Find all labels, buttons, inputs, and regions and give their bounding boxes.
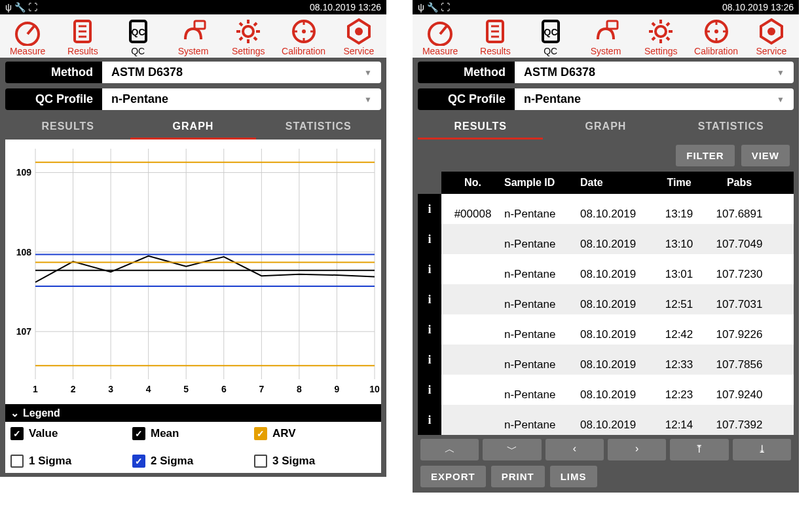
subtab-graph[interactable]: GRAPH	[543, 115, 668, 140]
tab-measure[interactable]: Measure	[0, 17, 55, 56]
info-icon[interactable]: i	[418, 314, 441, 345]
nav-bottom-button[interactable]: ⤓	[733, 439, 791, 460]
tab-qc[interactable]: QCQC	[111, 17, 166, 56]
checkbox[interactable]: ✓	[254, 427, 267, 440]
usb-icon: ψ	[5, 2, 12, 12]
qc-chart: 10710810912345678910	[5, 140, 381, 404]
legend: ✓Value✓Mean✓ARV1 Sigma✓2 Sigma3 Sigma	[5, 422, 381, 473]
nav-prev-button[interactable]: ‹	[545, 439, 604, 460]
expand-icon: ⛶	[441, 2, 450, 12]
legend-header[interactable]: ⌄ Legend	[5, 404, 381, 422]
legend-item[interactable]: ✓2 Sigma	[132, 455, 254, 468]
qc-profile-select[interactable]: n-Pentane ▼	[102, 88, 381, 110]
info-icon[interactable]: i	[418, 224, 441, 254]
tab-system[interactable]: System	[578, 17, 633, 56]
table-row[interactable]: in-Pentane08.10.201912:51107.7031	[418, 284, 794, 314]
legend-item[interactable]: ✓Mean	[132, 427, 254, 440]
legend-item[interactable]: 1 Sigma	[10, 455, 132, 468]
tab-qc[interactable]: QCQC	[523, 17, 578, 56]
calibration-icon	[702, 17, 731, 46]
info-icon[interactable]: i	[418, 194, 441, 224]
subtab-results[interactable]: RESULTS	[5, 115, 130, 140]
svg-rect-7	[194, 21, 205, 29]
svg-text:109: 109	[16, 167, 32, 178]
svg-point-18	[302, 29, 306, 33]
print-button[interactable]: PRINT	[491, 466, 545, 487]
col-date: Date	[580, 172, 654, 194]
chevron-down-icon: ▼	[364, 95, 372, 104]
svg-text:QC: QC	[131, 27, 145, 37]
service-icon	[344, 17, 373, 46]
tab-system[interactable]: System	[166, 17, 221, 56]
tab-measure[interactable]: Measure	[413, 17, 468, 56]
subtab-graph[interactable]: GRAPH	[130, 115, 255, 140]
table-row[interactable]: in-Pentane08.10.201912:42107.9226	[418, 314, 794, 345]
tab-service[interactable]: Service	[744, 17, 799, 56]
tab-calibration[interactable]: Calibration	[689, 17, 744, 56]
checkbox[interactable]: ✓	[10, 427, 24, 440]
wrench-icon: 🔧	[14, 2, 26, 12]
info-icon[interactable]: i	[418, 284, 441, 314]
chevron-down-icon: ▼	[364, 68, 372, 77]
chevron-down-icon: ▼	[777, 95, 784, 104]
nav-down-button[interactable]: ﹀	[483, 439, 541, 460]
checkbox[interactable]: ✓	[132, 427, 145, 440]
method-select[interactable]: ASTM D6378 ▼	[102, 62, 381, 83]
legend-item[interactable]: ✓ARV	[254, 427, 376, 440]
svg-text:6: 6	[221, 384, 227, 394]
subtab-statistics[interactable]: STATISTICS	[669, 115, 794, 140]
info-icon[interactable]: i	[418, 375, 441, 405]
svg-line-16	[254, 23, 257, 26]
tab-settings[interactable]: Settings	[221, 17, 276, 56]
subtab-statistics[interactable]: STATISTICS	[256, 115, 381, 140]
tabbar: MeasureResultsQCQCSystemSettingsCalibrat…	[413, 14, 799, 58]
method-label: Method	[418, 62, 515, 83]
chevron-down-icon: ▼	[777, 68, 784, 77]
checkbox[interactable]	[10, 455, 24, 468]
info-icon[interactable]: i	[418, 254, 441, 284]
table-row[interactable]: in-Pentane08.10.201912:14107.7392	[418, 405, 794, 435]
nav-top-button[interactable]: ⤒	[670, 439, 728, 460]
usb-icon: ψ	[418, 2, 424, 12]
subtab-results[interactable]: RESULTS	[418, 115, 543, 140]
tab-calibration[interactable]: Calibration	[276, 17, 331, 56]
legend-item[interactable]: 3 Sigma	[254, 455, 376, 468]
legend-item[interactable]: ✓Value	[10, 427, 132, 440]
svg-line-63	[652, 23, 655, 26]
service-icon	[757, 17, 786, 46]
table-row[interactable]: i#00008n-Pentane08.10.201913:19107.6891	[418, 194, 794, 224]
calibration-icon	[289, 17, 318, 46]
results-table: No. Sample ID Date Time Pabs i#00008n-Pe…	[418, 172, 794, 435]
table-row[interactable]: in-Pentane08.10.201913:10107.7049	[418, 224, 794, 254]
checkbox[interactable]: ✓	[132, 455, 145, 468]
qc-profile-select[interactable]: n-Pentane ▼	[515, 88, 794, 110]
status-bar: ψ 🔧 ⛶ 08.10.2019 13:26	[0, 0, 386, 14]
tab-settings[interactable]: Settings	[633, 17, 688, 56]
method-select[interactable]: ASTM D6378 ▼	[515, 62, 794, 83]
nav-up-button[interactable]: ︿	[420, 439, 479, 460]
export-button[interactable]: EXPORT	[420, 466, 486, 487]
checkbox[interactable]	[254, 455, 267, 468]
svg-text:10: 10	[369, 384, 380, 394]
table-row[interactable]: in-Pentane08.10.201913:01107.7230	[418, 254, 794, 284]
table-row[interactable]: in-Pentane08.10.201912:33107.7856	[418, 345, 794, 375]
table-row[interactable]: in-Pentane08.10.201912:23107.9240	[418, 375, 794, 405]
info-icon[interactable]: i	[418, 345, 441, 375]
svg-point-68	[714, 29, 718, 33]
tab-service[interactable]: Service	[331, 17, 386, 56]
svg-text:3: 3	[108, 384, 113, 394]
svg-text:8: 8	[297, 384, 302, 394]
expand-icon: ⛶	[28, 2, 37, 12]
measure-icon	[426, 17, 454, 46]
lims-button[interactable]: LIMS	[550, 466, 597, 487]
svg-text:QC: QC	[544, 27, 557, 37]
filter-button[interactable]: FILTER	[676, 145, 734, 166]
qc-icon: QC	[536, 17, 565, 46]
device-results: ψ 🔧 ⛶ 08.10.2019 13:26 MeasureResultsQCQ…	[413, 0, 799, 493]
view-button[interactable]: VIEW	[741, 145, 790, 166]
nav-next-button[interactable]: ›	[608, 439, 666, 460]
tab-results[interactable]: Results	[55, 17, 110, 56]
tab-results[interactable]: Results	[468, 17, 523, 56]
info-icon[interactable]: i	[418, 405, 441, 435]
status-bar: ψ 🔧 ⛶ 08.10.2019 13:26	[413, 0, 799, 14]
